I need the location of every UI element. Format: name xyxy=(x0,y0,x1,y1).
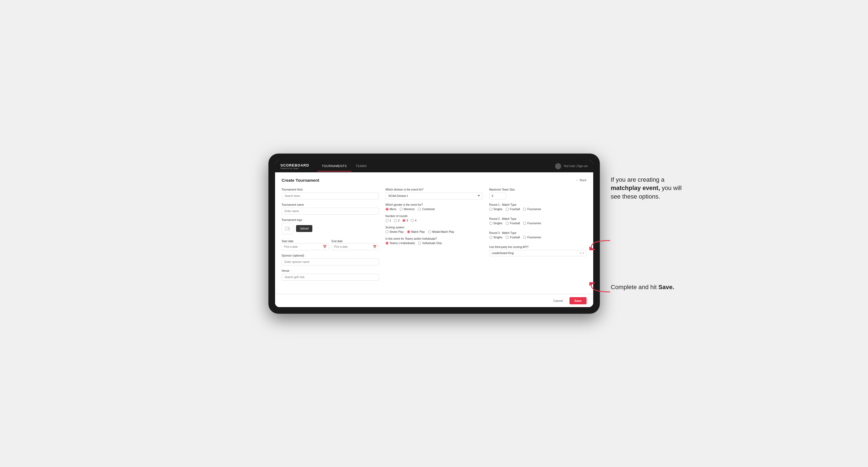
brand-title: SCOREBOARD xyxy=(281,163,309,167)
start-date-label: Start date xyxy=(282,240,293,243)
api-label: Use third-party live scoring API? xyxy=(489,246,587,249)
nav-tabs: TOURNAMENTS TEAMS xyxy=(317,161,555,172)
signout-link[interactable]: Sign out xyxy=(578,165,588,168)
scoring-group: Scoring system Stroke Play Match Play xyxy=(385,226,483,234)
form-column-3: Maximum Team Size Round 1 - Match Type S… xyxy=(489,188,587,281)
api-chevron-icon[interactable]: ▾ xyxy=(583,252,584,255)
sponsor-group: Sponsor (optional) xyxy=(282,254,379,266)
upload-button[interactable]: Upload xyxy=(296,225,313,232)
round1-radio-group: Singles Fourball Foursomes xyxy=(489,208,587,211)
gender-radio-group: Mens Womens Combined xyxy=(385,208,483,211)
gender-womens[interactable]: Womens xyxy=(400,208,414,211)
nav-bar: SCOREBOARD Powered by clippit TOURNAMENT… xyxy=(275,160,593,172)
dates-group: Start date 📅 End date xyxy=(282,238,379,250)
gender-mens[interactable]: Mens xyxy=(385,208,396,211)
r2-fourball[interactable]: Fourball xyxy=(506,222,520,225)
r2-singles[interactable]: Singles xyxy=(489,222,503,225)
max-team-size-input[interactable] xyxy=(489,192,506,199)
tablet-screen: SCOREBOARD Powered by clippit TOURNAMENT… xyxy=(275,160,593,307)
round-1[interactable]: 1 xyxy=(385,219,391,222)
end-date-group: End date 📅 xyxy=(332,238,379,250)
sponsor-label: Sponsor (optional) xyxy=(282,254,379,257)
event-type-label: Is this event for Teams and/or Individua… xyxy=(385,237,483,240)
gender-mens-label: Mens xyxy=(390,208,396,211)
page-header: Create Tournament ← Back xyxy=(282,178,587,183)
logo-upload-area: Upload xyxy=(282,223,379,235)
max-team-size-label: Maximum Team Size xyxy=(489,188,587,191)
gender-label: Which gender is the event for? xyxy=(385,203,483,206)
gender-womens-label: Womens xyxy=(404,208,414,211)
avatar xyxy=(555,163,561,169)
back-link[interactable]: ← Back xyxy=(576,178,587,182)
calendar-icon: 📅 xyxy=(323,245,327,249)
rounds-label: Number of rounds xyxy=(385,215,483,218)
nav-tab-teams[interactable]: TEAMS xyxy=(351,161,371,172)
svg-point-1 xyxy=(288,228,289,229)
api-select-value: Leaderboard King xyxy=(492,252,514,255)
event-individuals[interactable]: Individuals Only xyxy=(418,242,442,245)
event-type-group: Is this event for Teams and/or Individua… xyxy=(385,237,483,245)
footer-bar: Cancel Save xyxy=(275,294,593,307)
event-teams[interactable]: Teams (+Individuals) xyxy=(385,242,415,245)
scoring-medal[interactable]: Medal Match Play xyxy=(428,230,454,234)
division-select[interactable]: NCAA Division I NCAA Division II NAIA NJ… xyxy=(385,192,483,199)
start-date-wrapper: 📅 xyxy=(282,243,329,250)
calendar-icon-2: 📅 xyxy=(373,245,377,249)
annotation-bottom: Complete and hit Save. xyxy=(611,283,683,292)
r1-foursomes[interactable]: Foursomes xyxy=(523,208,541,211)
r1-fourball[interactable]: Fourball xyxy=(506,208,520,211)
gender-combined[interactable]: Combined xyxy=(418,208,435,211)
logo-preview xyxy=(282,223,293,235)
api-select-controls: ✕ ▾ xyxy=(580,252,584,255)
sponsor-input[interactable] xyxy=(282,258,379,266)
max-team-size-group: Maximum Team Size xyxy=(489,188,587,199)
round1-label: Round 1 - Match Type xyxy=(489,203,587,206)
round-3[interactable]: 3 xyxy=(402,219,408,222)
api-clear-button[interactable]: ✕ xyxy=(580,252,582,255)
cancel-button[interactable]: Cancel xyxy=(550,297,567,304)
start-date-group: Start date 📅 xyxy=(282,238,329,250)
nav-tab-tournaments[interactable]: TOURNAMENTS xyxy=(317,161,351,172)
round-4[interactable]: 4 xyxy=(411,219,416,222)
division-label: Which division is the event for? xyxy=(385,188,483,191)
venue-input[interactable] xyxy=(282,274,379,281)
end-date-input[interactable] xyxy=(332,243,379,250)
form-column-1: Tournament Host Tournament name Tourname… xyxy=(282,188,379,281)
tournament-host-group: Tournament Host xyxy=(282,188,379,199)
annotation-bottom-text: Complete and hit Save. xyxy=(611,283,683,292)
r1-singles[interactable]: Singles xyxy=(489,208,503,211)
r3-singles[interactable]: Singles xyxy=(489,236,503,239)
tablet-frame: SCOREBOARD Powered by clippit TOURNAMENT… xyxy=(269,154,600,314)
round2-label: Round 2 - Match Type xyxy=(489,217,587,220)
r2-foursomes[interactable]: Foursomes xyxy=(523,222,541,225)
scoring-match[interactable]: Match Play xyxy=(407,230,425,234)
save-button[interactable]: Save xyxy=(569,297,587,304)
start-date-input[interactable] xyxy=(282,243,329,250)
tournament-name-label: Tournament name xyxy=(282,203,379,206)
round-2[interactable]: 2 xyxy=(394,219,400,222)
form-layout: Tournament Host Tournament name Tourname… xyxy=(282,188,587,281)
tournament-name-input[interactable] xyxy=(282,208,379,215)
r3-fourball[interactable]: Fourball xyxy=(506,236,520,239)
page-title: Create Tournament xyxy=(282,178,319,183)
tournament-host-input[interactable] xyxy=(282,192,379,199)
scoring-stroke[interactable]: Stroke Play xyxy=(385,230,404,234)
form-column-2: Which division is the event for? NCAA Di… xyxy=(385,188,483,281)
end-date-wrapper: 📅 xyxy=(332,243,379,250)
round3-radio-group: Singles Fourball Foursomes xyxy=(489,236,587,239)
round3-label: Round 3 - Match Type xyxy=(489,231,587,235)
venue-label: Venue xyxy=(282,269,379,272)
division-group: Which division is the event for? NCAA Di… xyxy=(385,188,483,199)
scoring-radio-group: Stroke Play Match Play Medal Match Play xyxy=(385,230,483,234)
annotation-top: If you are creating a matchplay event, y… xyxy=(611,176,683,201)
tournament-logo-label: Tournament logo xyxy=(282,218,379,221)
tournament-logo-group: Tournament logo Upload xyxy=(282,218,379,235)
api-select-wrapper[interactable]: Leaderboard King ✕ ▾ xyxy=(489,250,587,256)
event-type-radio-group: Teams (+Individuals) Individuals Only xyxy=(385,242,483,245)
tournament-host-label: Tournament Host xyxy=(282,188,379,191)
rounds-radio-group: 1 2 3 xyxy=(385,219,483,222)
api-group: Use third-party live scoring API? Leader… xyxy=(489,246,587,256)
r3-foursomes[interactable]: Foursomes xyxy=(523,236,541,239)
end-date-label: End date xyxy=(332,240,343,243)
gender-combined-label: Combined xyxy=(422,208,435,211)
